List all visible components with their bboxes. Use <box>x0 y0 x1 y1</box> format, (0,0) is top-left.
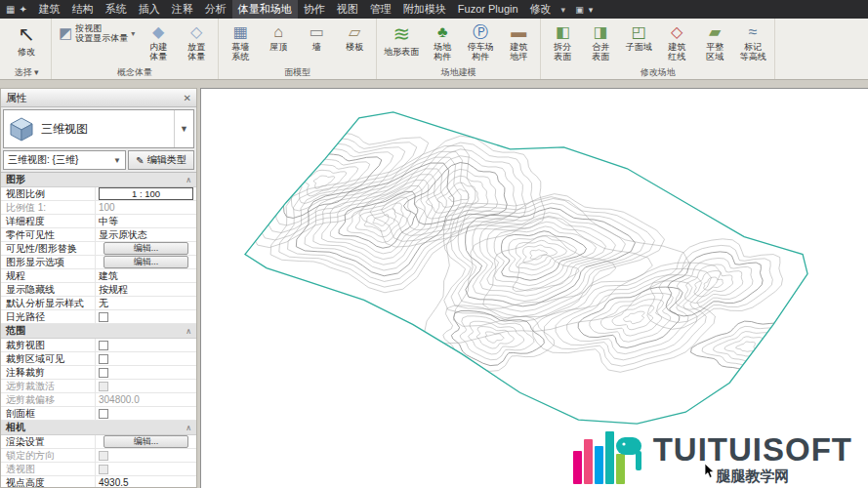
drawing-canvas[interactable]: TUITUISOFT 腿腿教学网 <box>200 88 868 488</box>
prop-value <box>96 451 196 461</box>
checkbox[interactable] <box>99 354 108 364</box>
prop-value <box>96 465 196 474</box>
ribbon-button-标记等高线[interactable]: ≈标记等高线 <box>734 20 771 62</box>
ribbon-button-内建体量[interactable]: ◆内建体量 <box>140 20 177 62</box>
star-icon[interactable]: ✦ <box>19 4 26 15</box>
prop-label: 显示隐藏线 <box>1 283 96 297</box>
view-scale-select[interactable]: 1 : 100 <box>99 187 193 200</box>
ribbon-button-平整区域[interactable]: ▰平整区域 <box>696 20 733 62</box>
prop-label: 图形显示选项 <box>1 256 96 269</box>
chevron-down-icon: ▼ <box>113 156 121 165</box>
panel-label[interactable]: 面模型 <box>219 66 376 79</box>
ribbon-button-修改[interactable]: ↖修改 <box>5 20 48 58</box>
close-icon[interactable]: ✕ <box>184 93 191 103</box>
prop-row: 裁剪视图 <box>1 339 196 352</box>
ribbon-button-子面域[interactable]: ◰子面域 <box>620 20 657 53</box>
ribbon-button-场地构件[interactable]: ♣场地构件 <box>424 20 461 62</box>
grid-icon[interactable]: ▦ <box>6 4 15 15</box>
tab-建筑[interactable]: 建筑 <box>33 0 66 19</box>
view-selector-row: 三维视图: {三维} ▼ ✎ 编辑类型 <box>3 150 194 170</box>
ribbon-button-建筑红线[interactable]: ◇建筑红线 <box>658 20 695 62</box>
prop-label: 远剪裁激活 <box>1 380 96 393</box>
checkbox[interactable] <box>99 341 108 350</box>
edit-button[interactable]: 编辑... <box>103 242 188 255</box>
prop-value <box>96 368 196 378</box>
ribbon-button-幕墙系统[interactable]: ▦幕墙系统 <box>222 20 259 62</box>
checkbox[interactable] <box>99 451 108 461</box>
tab-Fuzor Plugin[interactable]: Fuzor Plugin <box>452 0 524 19</box>
checkbox[interactable] <box>99 409 108 419</box>
view-filter-select[interactable]: 三维视图: {三维} ▼ <box>3 150 126 170</box>
edit-type-button[interactable]: ✎ 编辑类型 <box>128 150 194 170</box>
prop-label: 视点高度 <box>1 476 96 488</box>
ribbon-button-屋顶[interactable]: ⌂屋顶 <box>260 20 297 53</box>
properties-header[interactable]: 属性 ✕ <box>1 89 196 107</box>
type-selector[interactable]: 三维视图 ▼ <box>3 109 194 148</box>
tab-分析[interactable]: 分析 <box>199 0 232 19</box>
prop-value <box>96 409 196 419</box>
curtain-system-icon: ▦ <box>233 21 248 42</box>
prop-row: 剖面框 <box>1 407 196 421</box>
chevron-down-icon[interactable]: ▾ <box>589 5 594 15</box>
prop-label: 日光路径 <box>1 310 96 324</box>
panel-label[interactable]: 选择 ▾ <box>2 66 51 79</box>
ribbon-button-label: 屋顶 <box>269 42 287 52</box>
ribbon-button-label: 场地构件 <box>434 42 451 61</box>
tab-修改[interactable]: 修改 <box>524 0 558 19</box>
ribbon-button-停车场构件[interactable]: Ⓟ停车场构件 <box>462 20 499 62</box>
view-filter-value: 三维视图: {三维} <box>8 153 78 167</box>
panel-label[interactable]: 修改场地 <box>541 66 774 79</box>
prop-row: 裁剪区域可见 <box>1 352 196 366</box>
panel-label[interactable]: 概念体量 <box>52 66 218 79</box>
ribbon-button-地形表面[interactable]: ≋地形表面 <box>380 20 423 58</box>
prop-value: 304800.0 <box>96 394 196 405</box>
ribbon-button-合并表面[interactable]: ◨合并表面 <box>582 20 619 62</box>
collapse-icon[interactable]: ∧ <box>186 424 191 432</box>
prop-row: 远剪裁偏移304800.0 <box>1 393 196 407</box>
checkbox[interactable] <box>99 312 108 322</box>
tab-系统[interactable]: 系统 <box>100 0 133 19</box>
tab-体量和场地[interactable]: 体量和场地 <box>232 0 298 19</box>
view-3d-icon <box>8 115 35 142</box>
site-component-icon: ♣ <box>437 21 448 42</box>
properties-panel: 属性 ✕ 三维视图 ▼ 三维视图: {三维} ▼ ✎ 编辑类 <box>0 88 197 488</box>
ribbon-button-建筑地坪[interactable]: ▬建筑地坪 <box>500 20 537 62</box>
ribbon-button-按视图设置显示体量[interactable]: ◩按视图设置显示体量▾ <box>55 20 139 46</box>
ribbon-button-放置体量[interactable]: ◇放置体量 <box>178 20 215 62</box>
ribbon-panel: ↖修改选择 ▾ <box>2 19 52 79</box>
section-title: 相机 <box>6 421 25 434</box>
collapse-icon[interactable]: ∧ <box>186 176 191 184</box>
collapse-icon[interactable]: ∧ <box>186 327 191 336</box>
panel-toggle-icon[interactable]: ▣ <box>575 5 584 15</box>
chevron-down-icon[interactable]: ▼ <box>174 110 193 147</box>
chevron-down-icon[interactable]: ▾ <box>558 5 570 15</box>
section-header-图形[interactable]: 图形∧ <box>1 173 196 187</box>
ribbon-button-label: 墙 <box>312 42 321 52</box>
tab-管理[interactable]: 管理 <box>364 0 397 19</box>
tab-协作[interactable]: 协作 <box>298 0 331 19</box>
checkbox[interactable] <box>99 465 108 474</box>
split-surface-icon: ◧ <box>556 21 570 42</box>
ribbon-button-墙[interactable]: ▭墙 <box>298 20 335 53</box>
prop-label: 注释裁剪 <box>1 366 96 380</box>
panel-label[interactable]: 场地建模 <box>377 66 540 79</box>
checkbox[interactable] <box>99 368 108 378</box>
tab-附加模块[interactable]: 附加模块 <box>397 0 452 19</box>
tab-注释[interactable]: 注释 <box>166 0 199 19</box>
section-header-相机[interactable]: 相机∧ <box>1 421 196 435</box>
label-contours-icon: ≈ <box>749 21 758 42</box>
prop-value: 编辑... <box>96 256 196 268</box>
edit-button[interactable]: 编辑... <box>103 435 188 448</box>
checkbox[interactable] <box>99 382 108 391</box>
ribbon-button-label: 平整区域 <box>706 42 723 61</box>
edit-button[interactable]: 编辑... <box>103 256 188 268</box>
tab-插入[interactable]: 插入 <box>133 0 166 19</box>
tab-视图[interactable]: 视图 <box>331 0 364 19</box>
ribbon-button-label: 拆分表面 <box>554 42 571 61</box>
chevron-down-icon: ▾ <box>131 29 135 38</box>
ribbon-button-拆分表面[interactable]: ◧拆分表面 <box>544 20 581 62</box>
graded-region-icon: ▰ <box>709 21 721 42</box>
section-header-范围[interactable]: 范围∧ <box>1 324 196 339</box>
ribbon-button-楼板[interactable]: ▱楼板 <box>336 20 373 53</box>
tab-结构[interactable]: 结构 <box>66 0 100 19</box>
